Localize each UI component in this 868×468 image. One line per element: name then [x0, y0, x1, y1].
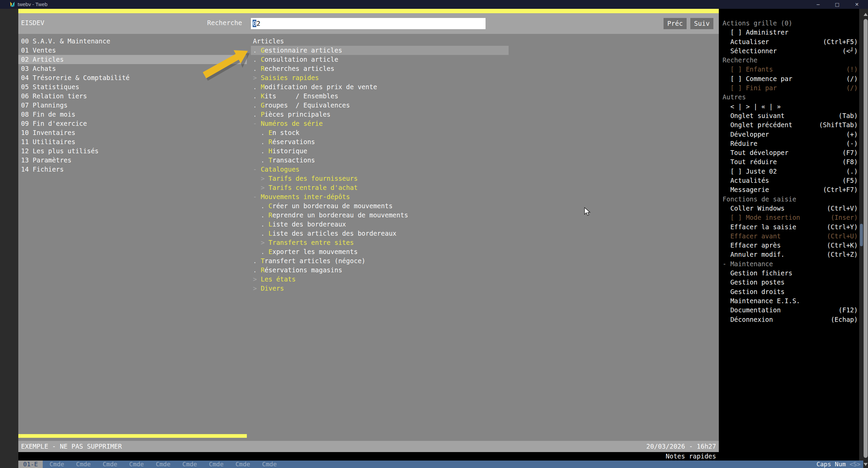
articles-menu-item[interactable]: . Réservations magasins: [251, 266, 719, 275]
articles-menu-item[interactable]: . Liste des bordereaux: [251, 220, 719, 229]
sidebar-action-item[interactable]: < | > | « | »: [723, 102, 858, 111]
close-button[interactable]: ✕: [851, 0, 863, 9]
articles-menu-item[interactable]: . Kits / Ensembles: [251, 92, 719, 101]
vertical-scrollbar[interactable]: [863, 9, 868, 468]
sidebar-action-item[interactable]: Effacer avant(Ctrl+U): [723, 232, 858, 241]
articles-menu-item[interactable]: . En stock: [251, 128, 719, 137]
caps-num-indicator: Caps Num: [816, 461, 846, 468]
sidebar-action-item[interactable]: Réduire(-): [723, 139, 858, 148]
articles-menu-item[interactable]: > Transferts entre sites: [251, 238, 719, 247]
tab-cmde[interactable]: Cmde: [209, 461, 223, 468]
sidebar-action-item[interactable]: Gestion fichiers: [723, 269, 858, 278]
articles-menu-item[interactable]: . Réservations: [251, 137, 719, 147]
sidebar-action-item[interactable]: Gestion droits: [723, 287, 858, 296]
tab-cmde[interactable]: Cmde: [182, 461, 197, 468]
articles-menu-item[interactable]: . Créer un bordereau de mouvements: [251, 201, 719, 211]
sidebar-action-item[interactable]: Déconnexion(Echap): [723, 315, 858, 324]
tab-cmde[interactable]: Cmde: [129, 461, 144, 468]
actions-sidebar: Actions grille (0) [ ] Administrer Actua…: [719, 9, 859, 461]
articles-menu-item[interactable]: . Historique: [251, 147, 719, 156]
articles-menu-item[interactable]: > Saisies rapides: [251, 73, 719, 82]
articles-menu-item[interactable]: . Transfert articles (négoce): [251, 256, 719, 266]
articles-menu-item[interactable]: . Consultation article: [251, 55, 719, 64]
search-input[interactable]: 02: [251, 18, 486, 29]
sidebar-action-item[interactable]: Coller Windows(Ctrl+V): [723, 204, 858, 213]
sidebar-action-item[interactable]: [ ] Fini par(/): [723, 83, 858, 93]
articles-menu-item[interactable]: . Groupes / Equivalences: [251, 101, 719, 110]
left-menu-item-09[interactable]: 09 Fin d'exercice: [18, 119, 247, 128]
articles-menu-item[interactable]: > Divers: [251, 284, 719, 293]
left-menu-item-11[interactable]: 11 Utilitaires: [18, 137, 247, 147]
next-button[interactable]: Suiv: [690, 18, 713, 29]
left-menu-item-07[interactable]: 07 Plannings: [18, 101, 247, 110]
tab-cmde[interactable]: Cmde: [50, 461, 64, 468]
sidebar-action-item[interactable]: Annuler modif.(Ctrl+Z): [723, 250, 858, 259]
sidebar-action-item[interactable]: [ ] Juste 02(.): [723, 167, 858, 176]
articles-menu-item[interactable]: - Mouvements inter-dépôts: [251, 192, 719, 201]
left-menu-item-10[interactable]: 10 Inventaires: [18, 128, 247, 137]
tab-cmde[interactable]: Cmde: [76, 461, 91, 468]
articles-menu-item[interactable]: . Modification des prix de vente: [251, 82, 719, 92]
left-menu-item-14[interactable]: 14 Fichiers: [18, 165, 247, 174]
tab-bar: 01-E CmdeCmdeCmdeCmdeCmdeCmdeCmdeCmdeCmd…: [18, 461, 863, 468]
sidebar-action-item[interactable]: [ ] Administrer: [723, 28, 858, 37]
left-menu-item-08[interactable]: 08 Fin de mois: [18, 110, 247, 119]
tab-cmde[interactable]: Cmde: [262, 461, 277, 468]
sidebar-action-item[interactable]: Effacer après(Ctrl+K): [723, 241, 858, 250]
sidebar-action-item[interactable]: Gestion postes: [723, 278, 858, 287]
scroll-down-arrow-icon[interactable]: [864, 463, 868, 466]
sidebar-action-item[interactable]: [ ] Commence par(/): [723, 74, 858, 83]
tab-cmde[interactable]: Cmde: [103, 461, 117, 468]
articles-menu-item[interactable]: . Gestionnaire articles: [251, 46, 509, 55]
articles-menu-item[interactable]: > Tarifs centrale d'achat: [251, 183, 719, 192]
sidebar-action-item[interactable]: Effacer la saisie(Ctrl+Y): [723, 222, 858, 232]
articles-menu-item[interactable]: . Pièces principales: [251, 110, 719, 119]
left-menu-item-05[interactable]: 05 Statistiques: [18, 82, 247, 92]
left-menu-item-12[interactable]: 12 Les plus utilisés: [18, 147, 247, 156]
sidebar-action-item[interactable]: Actualiser(Ctrl+F5): [723, 37, 858, 46]
search-selected-text: 0: [253, 20, 256, 27]
sidebar-action-item[interactable]: Tout développer(F7): [723, 148, 858, 157]
sidebar-action-item[interactable]: [ ] Mode insertion(Inser): [723, 213, 858, 222]
maximize-button[interactable]: □: [831, 0, 843, 9]
articles-menu-item[interactable]: > Les états: [251, 275, 719, 284]
tab-cmde[interactable]: Cmde: [156, 461, 170, 468]
minimize-button[interactable]: −: [812, 0, 824, 9]
left-menu-item-06[interactable]: 06 Relation tiers: [18, 92, 247, 101]
tab-cmde[interactable]: Cmde: [236, 461, 250, 468]
articles-menu-item[interactable]: . Reprendre un bordereau de mouvements: [251, 211, 719, 220]
left-menu-item-13[interactable]: 13 Paramètres: [18, 156, 247, 165]
articles-menu-item[interactable]: . Exporter les mouvements: [251, 247, 719, 256]
left-menu-item-04[interactable]: 04 Trésorerie & Comptabilité: [18, 73, 247, 82]
sidebar-action-item[interactable]: Onglet précédent(ShiftTab): [723, 120, 858, 130]
left-menu-item-02[interactable]: 02 Articles: [18, 55, 247, 64]
articles-menu-item[interactable]: > Tarifs des fournisseurs: [251, 174, 719, 183]
sidebar-action-item[interactable]: Développer(+): [723, 130, 858, 139]
articles-menu-item[interactable]: - Numéros de série: [251, 119, 719, 128]
articles-menu-item[interactable]: . Recherches articles: [251, 64, 719, 73]
left-menu-item-00[interactable]: 00 S.A.V. & Maintenance: [18, 37, 247, 46]
articles-menu-item[interactable]: . Liste des articles des bordereaux: [251, 229, 719, 238]
top-accent-bar: [18, 9, 719, 13]
scroll-up-arrow-icon[interactable]: [864, 13, 868, 16]
tab-active-01e[interactable]: 01-E: [18, 461, 43, 468]
sidebar-action-item[interactable]: Messagerie(Ctrl+F7): [723, 185, 858, 194]
articles-menu-items: . Gestionnaire articles. Consultation ar…: [251, 46, 719, 293]
datetime-display: 20/03/2026 - 16h27: [646, 441, 716, 452]
scrollbar-thumb[interactable]: [864, 19, 868, 458]
sidebar-action-item[interactable]: Maintenance E.I.S.: [723, 296, 858, 306]
previous-button[interactable]: Préc: [664, 18, 687, 29]
left-menu-item-01[interactable]: 01 Ventes: [18, 46, 247, 55]
sidebar-action-item[interactable]: Onglet suivant(Tab): [723, 111, 858, 120]
sidebar-action-item[interactable]: Sélectionner(<┘): [723, 46, 858, 56]
sidebar-action-item[interactable]: Actualités(F5): [723, 176, 858, 185]
quick-notes-button[interactable]: Notes rapides: [666, 452, 716, 461]
app-icon: [9, 1, 15, 7]
articles-menu-item[interactable]: - Catalogues: [251, 165, 719, 174]
left-menu-item-03[interactable]: 03 Achats: [18, 64, 247, 73]
sidebar-action-item[interactable]: [ ] Enfants(!): [723, 65, 858, 74]
articles-menu-item[interactable]: . Transactions: [251, 156, 719, 165]
sidebar-action-item[interactable]: Documentation(F12): [723, 306, 858, 315]
scroll-position-pill[interactable]: [860, 224, 863, 246]
sidebar-action-item[interactable]: Tout réduire(F8): [723, 157, 858, 167]
